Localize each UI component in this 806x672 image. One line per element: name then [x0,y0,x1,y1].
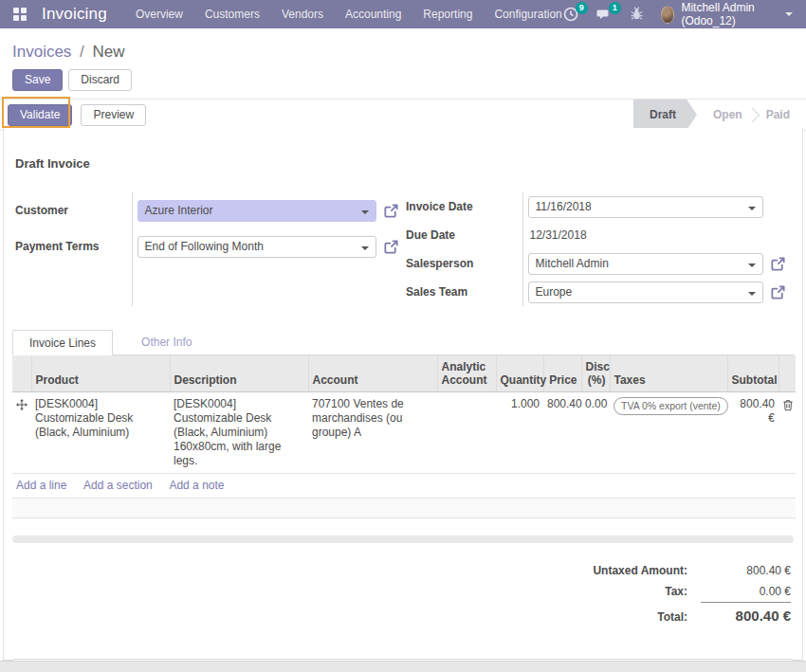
debug-icon[interactable] [629,6,645,23]
discard-button[interactable]: Discard [68,69,132,91]
delete-line-icon[interactable] [779,392,796,474]
stage-paid[interactable]: Paid [750,100,806,131]
preview-button[interactable]: Preview [81,104,146,126]
statusbar-panel: Validate Preview Draft Open Paid [0,99,806,131]
apps-menu-icon[interactable] [13,8,27,21]
customer-value: Azure Interior [145,204,213,217]
app-name[interactable]: Invoicing [42,5,107,24]
external-link-icon[interactable] [383,239,399,255]
cell-analytic-account[interactable] [437,392,496,474]
menu-configuration[interactable]: Configuration [494,8,561,21]
invoice-lines-table: Product Description Account Analytic Acc… [12,355,796,518]
salesperson-field[interactable]: Mitchell Admin [528,253,763,275]
sheet-title: Draft Invoice [15,156,794,171]
cell-taxes[interactable]: TVA 0% export (vente) [610,392,727,474]
menu-overview[interactable]: Overview [136,8,183,21]
save-button[interactable]: Save [12,69,63,91]
menu-reporting[interactable]: Reporting [423,8,472,21]
untaxed-amount-value: 800.40 € [701,560,791,581]
menu-accounting[interactable]: Accounting [345,8,401,21]
tax-label: Tax: [497,581,701,602]
col-description[interactable]: Description [170,355,308,392]
col-account[interactable]: Account [308,355,437,392]
caret-down-icon [748,207,756,210]
main-menu: Overview Customers Vendors Accounting Re… [136,8,562,21]
add-a-line-link[interactable]: Add a line [16,479,66,492]
cell-subtotal: 800.40 € [727,392,779,474]
external-link-icon[interactable] [383,203,399,219]
tab-invoice-lines[interactable]: Invoice Lines [12,330,113,355]
chevron-down-icon [785,12,793,16]
col-analytic-account[interactable]: Analytic Account [437,355,496,392]
cell-description[interactable]: [DESK0004] Customizable Desk (Black, Alu… [170,392,308,474]
caret-down-icon [361,210,369,214]
col-disc[interactable]: Disc (%) [581,355,610,392]
sales-team-label: Sales Team [403,278,522,306]
customer-field[interactable]: Azure Interior [137,200,376,222]
breadcrumb: Invoices / New [12,43,806,62]
bottom-strip [0,661,806,672]
caret-down-icon [748,292,756,296]
total-label: Total: [497,606,701,627]
col-quantity[interactable]: Quantity [496,355,543,392]
due-date-value: 12/31/2018 [528,228,587,242]
add-a-note-link[interactable]: Add a note [169,479,224,492]
cell-quantity[interactable]: 1.000 [496,392,543,474]
bug-icon [629,6,645,22]
col-taxes[interactable]: Taxes [610,355,727,392]
trash-column-header [779,355,796,392]
cell-disc[interactable]: 0.00 [581,392,610,474]
tax-value: 0.00 € [701,581,791,602]
untaxed-amount-label: Untaxed Amount: [497,560,701,581]
breadcrumb-separator: / [80,43,84,61]
user-name: Mitchell Admin (Odoo_12) [681,1,779,27]
cell-account[interactable]: 707100 Ventes de marchandises (ou groupe… [308,392,437,474]
cell-product[interactable]: [DESK0004] Customizable Desk (Black, Alu… [31,392,170,474]
messages-icon[interactable]: 1 [595,6,613,23]
payment-terms-field[interactable]: End of Following Month [137,236,376,258]
add-a-section-link[interactable]: Add a section [83,479,153,492]
sales-team-field[interactable]: Europe [528,282,763,303]
form-groups: Customer Azure Interior Payment Terms [12,192,794,306]
tax-tag[interactable]: TVA 0% export (vente) [614,397,728,415]
activity-count-badge: 9 [576,2,588,14]
invoice-date-label: Invoice Date [403,192,522,221]
salesperson-label: Salesperson [403,249,522,278]
customer-label: Customer [12,192,132,228]
col-subtotal[interactable]: Subtotal [727,355,779,392]
col-product[interactable]: Product [31,355,170,392]
caret-down-icon [361,246,369,250]
invoice-line-row[interactable]: [DESK0004] Customizable Desk (Black, Alu… [12,392,796,474]
tab-other-info[interactable]: Other Info [125,330,208,354]
empty-table-row [12,499,796,518]
payment-terms-value: End of Following Month [145,240,264,253]
message-count-badge: 1 [609,2,621,14]
pipeline-statusbar: Draft Open Paid [633,100,806,130]
invoice-form-sheet: Draft Invoice Customer Azure Interior [3,128,803,661]
activities-icon[interactable]: 9 [562,6,579,23]
menu-vendors[interactable]: Vendors [282,8,323,21]
payment-terms-label: Payment Terms [12,228,132,264]
user-menu[interactable]: Mitchell Admin (Odoo_12) [661,1,793,27]
breadcrumb-invoices[interactable]: Invoices [12,43,71,61]
sales-team-value: Europe [536,285,573,299]
menu-customers[interactable]: Customers [205,8,260,21]
validate-button[interactable]: Validate [8,104,72,126]
caret-down-icon [748,263,756,267]
stage-draft[interactable]: Draft [633,100,697,131]
table-footer-links-row: Add a line Add a section Add a note [12,474,796,499]
drag-handle-icon[interactable] [12,392,31,474]
totals-block: Untaxed Amount: 800.40 € Tax: 0.00 € Tot… [497,560,791,627]
external-link-icon[interactable] [770,256,786,272]
invoice-date-field[interactable]: 11/16/2018 [528,196,763,218]
external-link-icon[interactable] [770,284,786,300]
horizontal-scrollbar[interactable] [12,536,794,543]
invoice-date-value: 11/16/2018 [536,200,592,213]
record-buttons: Save Discard [12,69,806,91]
breadcrumb-current: New [93,43,125,61]
top-navbar: Invoicing Overview Customers Vendors Acc… [0,0,806,28]
due-date-label: Due Date [403,221,522,249]
col-price[interactable]: Price [543,355,581,392]
cell-price[interactable]: 800.40 [543,392,581,474]
systray: 9 1 Mitchell Admin (Odoo_12) [562,1,793,27]
